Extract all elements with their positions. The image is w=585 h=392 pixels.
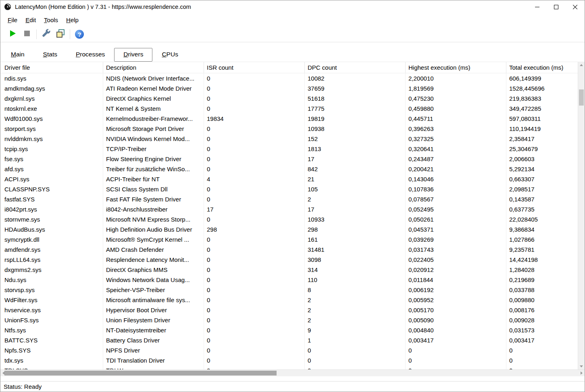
table-row[interactable]: UnionFS.sysUnion Filesystem Driver020,00… <box>0 315 578 325</box>
horizontal-scrollbar-thumb[interactable] <box>4 371 277 375</box>
window-title: LatencyMon (Home Edition ) v 7.31 - http… <box>15 4 191 10</box>
table-row[interactable]: symcryptk.dllMicrosoft® SymCrypt Kernel … <box>0 234 578 245</box>
column-header-1[interactable]: Description <box>103 62 204 73</box>
table-row[interactable]: tcpip.sysTCP/IP-Treiber018130,32064125,3… <box>0 144 578 154</box>
table-row[interactable]: stornvme.sysMicrosoft NVM Express Storp.… <box>0 214 578 224</box>
table-row[interactable]: ntoskrnl.exeNT Kernel & System0177750,45… <box>0 104 578 114</box>
copy-report-button[interactable] <box>53 28 68 40</box>
table-cell: TDI.SYS <box>0 365 103 369</box>
table-row[interactable]: amdkmdag.sysATI Radeon Kernel Mode Drive… <box>0 83 578 93</box>
table-cell: Union Filesystem Driver <box>103 315 204 325</box>
table-cell: ndis.sys <box>0 73 103 83</box>
menu-item-tools[interactable]: Tools <box>40 15 62 25</box>
minimize-button[interactable] <box>528 0 547 13</box>
table-cell: NPFS Driver <box>103 345 204 355</box>
table-cell: 0,022405 <box>406 255 506 265</box>
column-header-4[interactable]: Highest execution (ms) <box>406 62 506 73</box>
table-row[interactable]: dxgmms2.sysDirectX Graphics MMS03140,020… <box>0 265 578 275</box>
column-header-2[interactable]: ISR count <box>204 62 305 73</box>
table-cell: 0,005090 <box>406 315 506 325</box>
menu-item-file[interactable]: File <box>4 15 21 25</box>
table-cell: UnionFS.sys <box>0 315 103 325</box>
table-cell: 10082 <box>305 73 406 83</box>
table-row[interactable]: ACPI.sysACPI-Treiber für NT4210,1430460,… <box>0 174 578 184</box>
table-row[interactable]: storvsp.sysSpeicher-VSP-Treiber080,00619… <box>0 285 578 295</box>
vertical-scrollbar[interactable] <box>578 62 585 369</box>
tab-drivers[interactable]: Drivers <box>114 48 152 62</box>
table-cell: stornvme.sys <box>0 214 103 224</box>
menu-item-edit[interactable]: Edit <box>21 15 40 25</box>
scroll-down-icon[interactable] <box>578 363 585 369</box>
table-row[interactable]: HDAudBus.sysHigh Definition Audio Bus Dr… <box>0 224 578 234</box>
table-row[interactable]: hvservice.sysHypervisor Boot Driver020,0… <box>0 305 578 315</box>
table-cell: 0 <box>506 345 578 355</box>
table-cell: 0,039269 <box>406 234 506 245</box>
table-cell: AMD Crash Defender <box>103 245 204 255</box>
tab-bar: MainStatsProcessesDriversCPUs <box>0 42 585 62</box>
table-cell: 0,327325 <box>406 134 506 144</box>
table-cell: 314 <box>305 265 406 275</box>
table-cell: 0 <box>204 214 305 224</box>
table-row[interactable]: Ndu.sysWindows Network Data Usag...01100… <box>0 275 578 285</box>
table-cell: 0 <box>204 255 305 265</box>
table-row[interactable]: TDI.SYSTDI Wrapper0000 <box>0 365 578 369</box>
table-row[interactable]: WdFilter.sysMicrosoft antimalware file s… <box>0 295 578 305</box>
table-row[interactable]: Wdf01000.sysKernelmodustreiber-Framewor.… <box>0 114 578 124</box>
scroll-up-icon[interactable] <box>578 62 585 68</box>
tab-processes[interactable]: Processes <box>67 48 114 62</box>
table-cell: 597,080311 <box>506 114 578 124</box>
table-cell: 0 <box>204 124 305 134</box>
table-cell: 25,304679 <box>506 144 578 154</box>
table-cell: 0 <box>204 234 305 245</box>
table-cell: WdFilter.sys <box>0 295 103 305</box>
table-cell: 2 <box>305 305 406 315</box>
table-cell: High Definition Audio Bus Driver <box>103 224 204 234</box>
horizontal-scrollbar[interactable] <box>0 369 585 376</box>
table-row[interactable]: fastfat.SYSFast FAT File System Driver02… <box>0 194 578 204</box>
table-row[interactable]: amdfendr.sysAMD Crash Defender0314810,03… <box>0 245 578 255</box>
table-row[interactable]: i8042prt.sysi8042-Anschlusstreiber17170,… <box>0 204 578 214</box>
maximize-button[interactable] <box>547 0 566 13</box>
menu-item-help[interactable]: Help <box>62 15 83 25</box>
table-cell: i8042prt.sys <box>0 204 103 214</box>
menu-bar: FileEditToolsHelp <box>0 13 585 27</box>
column-header-5[interactable]: Total execution (ms) <box>506 62 578 73</box>
table-row[interactable]: tdx.sysTDI Translation Driver0000 <box>0 355 578 365</box>
table-row[interactable]: nvlddmkm.sysNVIDIA Windows Kernel Mod...… <box>0 134 578 144</box>
tab-stats[interactable]: Stats <box>34 48 67 62</box>
table-cell: 2 <box>305 194 406 204</box>
column-header-0[interactable]: Driver file <box>0 62 103 73</box>
table-cell: 4 <box>204 174 305 184</box>
table-cell: 0,445711 <box>406 114 506 124</box>
start-monitor-button[interactable] <box>5 28 20 40</box>
table-row[interactable]: Npfs.SYSNPFS Driver0000 <box>0 345 578 355</box>
scroll-right-icon[interactable] <box>579 370 585 376</box>
tools-button[interactable] <box>39 28 53 40</box>
table-row[interactable]: rspLLL64.sysResplendence Latency Monit..… <box>0 255 578 265</box>
vertical-scrollbar-thumb[interactable] <box>579 89 584 106</box>
tab-cpus[interactable]: CPUs <box>152 48 187 62</box>
table-row[interactable]: BATTC.SYSBattery Class Driver010,0034170… <box>0 335 578 345</box>
table-cell: afd.sys <box>0 164 103 174</box>
table-cell: 37659 <box>305 83 406 93</box>
table-cell: dxgmms2.sys <box>0 265 103 275</box>
table-row[interactable]: CLASSPNP.SYSSCSI Class System Dll01050,1… <box>0 184 578 194</box>
table-row[interactable]: storport.sysMicrosoft Storage Port Drive… <box>0 124 578 134</box>
table-cell: 0,033788 <box>506 285 578 295</box>
close-button[interactable] <box>566 0 585 13</box>
table-row[interactable]: ndis.sysNDIS (Network Driver Interface..… <box>0 73 578 83</box>
table-cell: Fast FAT File System Driver <box>103 194 204 204</box>
table-row[interactable]: fse.sysFlow Steering Engine Driver0170,2… <box>0 154 578 164</box>
table-cell: 2,358417 <box>506 134 578 144</box>
stop-monitor-button[interactable] <box>20 28 34 40</box>
table-row[interactable]: afd.sysTreiber für zusätzliche WinSo...0… <box>0 164 578 174</box>
column-header-3[interactable]: DPC count <box>305 62 406 73</box>
tab-main[interactable]: Main <box>2 48 34 62</box>
table-row[interactable]: dxgkrnl.sysDirectX Graphics Kernel051618… <box>0 93 578 104</box>
help-button[interactable]: ? <box>72 28 87 40</box>
table-cell: 51618 <box>305 93 406 104</box>
table-cell: 0 <box>204 365 305 369</box>
table-cell: 0 <box>204 184 305 194</box>
table-cell: 2,200010 <box>406 73 506 83</box>
table-row[interactable]: Ntfs.sysNT-Dateisystemtreiber090,0048400… <box>0 325 578 335</box>
